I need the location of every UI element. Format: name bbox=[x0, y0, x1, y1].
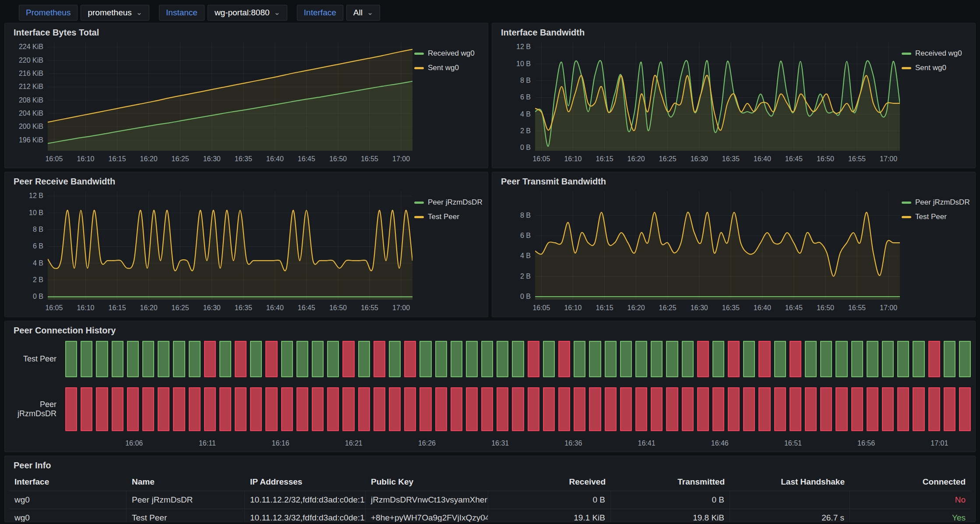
status-bar-disconnected[interactable] bbox=[728, 387, 740, 431]
status-bar-disconnected[interactable] bbox=[589, 387, 601, 431]
status-bar-connected[interactable] bbox=[620, 341, 632, 377]
status-bar-disconnected[interactable] bbox=[451, 387, 462, 431]
status-bar-connected[interactable] bbox=[712, 341, 724, 377]
column-header-last-handshake[interactable]: Last Handshake bbox=[730, 473, 850, 491]
status-bar-disconnected[interactable] bbox=[312, 387, 324, 431]
status-bar-connected[interactable] bbox=[327, 341, 339, 377]
status-bar-disconnected[interactable] bbox=[65, 387, 77, 431]
status-bar-connected[interactable] bbox=[358, 341, 370, 377]
status-bar-disconnected[interactable] bbox=[419, 387, 431, 431]
status-bar-disconnected[interactable] bbox=[928, 341, 940, 377]
status-bar-connected[interactable] bbox=[913, 341, 924, 377]
status-bar-connected[interactable] bbox=[158, 341, 169, 377]
status-bar-connected[interactable] bbox=[81, 341, 92, 377]
panel-title[interactable]: Peer Transmit Bandwidth bbox=[497, 175, 971, 188]
status-bar-disconnected[interactable] bbox=[882, 387, 894, 431]
column-header-public-key[interactable]: Public Key bbox=[366, 473, 488, 491]
status-bar-connected[interactable] bbox=[574, 341, 585, 377]
status-bar-disconnected[interactable] bbox=[342, 387, 354, 431]
status-bar-disconnected[interactable] bbox=[835, 387, 847, 431]
status-bar-disconnected[interactable] bbox=[265, 341, 277, 377]
var-select-interface[interactable]: All ⌄ bbox=[346, 5, 380, 21]
status-bar-connected[interactable] bbox=[851, 341, 863, 377]
panel-title[interactable]: Peer Info bbox=[9, 459, 971, 471]
status-bar-connected[interactable] bbox=[419, 341, 431, 377]
status-bar-connected[interactable] bbox=[682, 341, 694, 377]
status-bar-disconnected[interactable] bbox=[790, 341, 801, 377]
status-bar-connected[interactable] bbox=[296, 341, 308, 377]
status-bar-connected[interactable] bbox=[774, 341, 786, 377]
status-bar-disconnected[interactable] bbox=[805, 387, 817, 431]
status-bar-disconnected[interactable] bbox=[651, 387, 663, 431]
status-bar-disconnected[interactable] bbox=[558, 341, 570, 377]
time-series-chart[interactable]: 16:0516:1016:1516:2016:2516:3016:3516:40… bbox=[497, 39, 902, 165]
legend-item-received-wg0[interactable]: Received wg0 bbox=[414, 49, 483, 58]
status-bar-connected[interactable] bbox=[219, 341, 231, 377]
status-bar-disconnected[interactable] bbox=[173, 387, 185, 431]
status-bar-connected[interactable] bbox=[820, 341, 832, 377]
status-bar-disconnected[interactable] bbox=[204, 387, 216, 431]
status-bar-connected[interactable] bbox=[435, 341, 447, 377]
status-bar-connected[interactable] bbox=[466, 341, 478, 377]
status-bar-disconnected[interactable] bbox=[666, 387, 678, 431]
status-bar-disconnected[interactable] bbox=[944, 387, 955, 431]
status-bar-connected[interactable] bbox=[805, 341, 817, 377]
status-bar-disconnected[interactable] bbox=[774, 387, 786, 431]
status-bar-disconnected[interactable] bbox=[758, 341, 770, 377]
status-bar-disconnected[interactable] bbox=[928, 387, 940, 431]
status-bar-disconnected[interactable] bbox=[374, 341, 385, 377]
status-bar-disconnected[interactable] bbox=[697, 341, 709, 377]
column-header-connected[interactable]: Connected bbox=[850, 473, 971, 491]
status-bar-disconnected[interactable] bbox=[790, 387, 801, 431]
column-header-received[interactable]: Received bbox=[488, 473, 611, 491]
status-bar-disconnected[interactable] bbox=[635, 387, 647, 431]
panel-title[interactable]: Interface Bytes Total bbox=[9, 26, 483, 39]
status-bar-connected[interactable] bbox=[312, 341, 324, 377]
status-bar-disconnected[interactable] bbox=[528, 387, 539, 431]
status-bar-disconnected[interactable] bbox=[867, 387, 878, 431]
status-bar-disconnected[interactable] bbox=[543, 387, 555, 431]
status-bar-disconnected[interactable] bbox=[481, 387, 493, 431]
status-bar-connected[interactable] bbox=[897, 341, 909, 377]
panel-title[interactable]: Interface Bandwidth bbox=[497, 26, 971, 39]
status-bar-disconnected[interactable] bbox=[620, 387, 632, 431]
status-bar-disconnected[interactable] bbox=[250, 387, 262, 431]
column-header-ip-addresses[interactable]: IP Addresses bbox=[245, 473, 366, 491]
status-bar-disconnected[interactable] bbox=[296, 387, 308, 431]
legend-item-sent-wg0[interactable]: Sent wg0 bbox=[902, 64, 971, 72]
status-bar-disconnected[interactable] bbox=[235, 341, 247, 377]
status-bar-disconnected[interactable] bbox=[342, 341, 354, 377]
status-bar-disconnected[interactable] bbox=[682, 387, 694, 431]
status-bar-connected[interactable] bbox=[651, 341, 663, 377]
status-bar-disconnected[interactable] bbox=[820, 387, 832, 431]
status-bar-connected[interactable] bbox=[481, 341, 493, 377]
status-bar-disconnected[interactable] bbox=[697, 387, 709, 431]
status-bar-disconnected[interactable] bbox=[189, 387, 201, 431]
status-bar-disconnected[interactable] bbox=[497, 387, 508, 431]
status-bar-connected[interactable] bbox=[250, 341, 262, 377]
status-bar-disconnected[interactable] bbox=[758, 387, 770, 431]
status-bar-disconnected[interactable] bbox=[712, 387, 724, 431]
status-bar-disconnected[interactable] bbox=[265, 387, 277, 431]
status-bar-connected[interactable] bbox=[835, 341, 847, 377]
column-header-interface[interactable]: Interface bbox=[9, 473, 127, 491]
status-bar-connected[interactable] bbox=[867, 341, 878, 377]
time-series-chart[interactable]: 16:0516:1016:1516:2016:2516:3016:3516:40… bbox=[497, 188, 902, 314]
status-bar-connected[interactable] bbox=[666, 341, 678, 377]
status-bar-disconnected[interactable] bbox=[466, 387, 478, 431]
status-bar-disconnected[interactable] bbox=[158, 387, 169, 431]
status-bar-disconnected[interactable] bbox=[358, 387, 370, 431]
status-bar-disconnected[interactable] bbox=[96, 387, 108, 431]
status-bar-disconnected[interactable] bbox=[851, 387, 863, 431]
legend-item-peer-jrzmdsdr[interactable]: Peer jRzmDsDR bbox=[902, 198, 971, 207]
status-bar-connected[interactable] bbox=[65, 341, 77, 377]
status-bar-disconnected[interactable] bbox=[204, 341, 216, 377]
status-bar-connected[interactable] bbox=[959, 341, 971, 377]
status-bar-disconnected[interactable] bbox=[512, 387, 524, 431]
status-bar-connected[interactable] bbox=[173, 341, 185, 377]
time-series-chart[interactable]: 16:0516:1016:1516:2016:2516:3016:3516:40… bbox=[9, 39, 414, 165]
status-bar-connected[interactable] bbox=[589, 341, 601, 377]
legend-item-peer-jrzmdsdr[interactable]: Peer jRzmDsDR bbox=[414, 198, 483, 207]
status-bar-connected[interactable] bbox=[497, 341, 508, 377]
status-bar-connected[interactable] bbox=[944, 341, 955, 377]
